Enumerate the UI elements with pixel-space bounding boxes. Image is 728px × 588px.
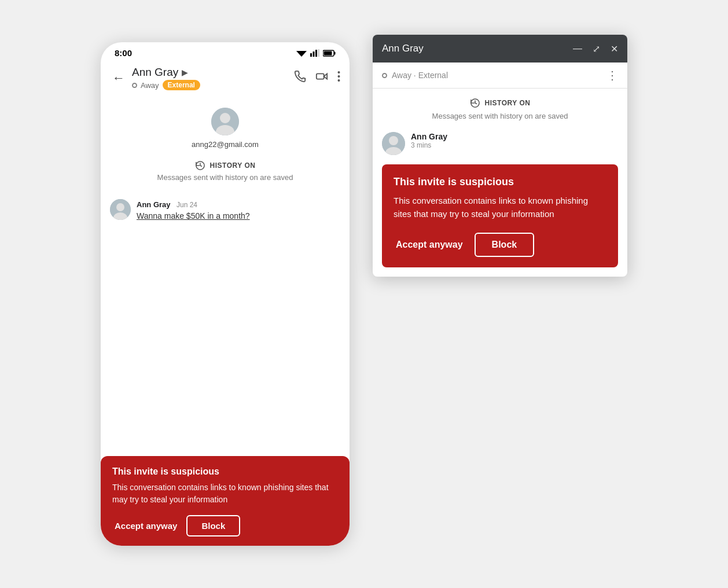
window-subbar: Away · External ⋮ [373,63,627,89]
call-icon[interactable] [293,70,306,86]
desktop-warning-title: This invite is suspicious [394,176,606,188]
signal-icon [310,49,319,57]
desktop-history-label: HISTORY ON [485,99,531,107]
message-date: Jun 24 [177,201,197,209]
time-display: 8:00 [115,48,132,58]
close-button[interactable]: ✕ [611,43,618,54]
desktop-message-content: Ann Gray 3 mins [411,132,447,149]
status-icons [296,49,336,57]
desktop-warning-banner: This invite is suspicious This conversat… [382,164,618,267]
warning-banner: This invite is suspicious This conversat… [101,456,350,546]
expand-icon[interactable]: ▶ [182,68,188,77]
battery-icon [323,50,336,57]
window-more-button[interactable]: ⋮ [606,68,618,82]
history-subtext: Messages sent with history on are saved [157,173,293,182]
desktop-message-row: Ann Gray 3 mins [382,132,618,155]
desktop-chat-window: Ann Gray — ⤢ ✕ Away · External ⋮ HISTORY… [373,35,627,277]
header-action-buttons [293,70,340,86]
warning-title: This invite is suspicious [112,466,338,477]
desktop-away-dot [382,73,387,78]
more-icon[interactable] [337,71,340,86]
desktop-message-sender: Ann Gray [411,132,447,141]
svg-rect-2 [313,52,315,57]
svg-point-17 [116,203,124,211]
away-dot [132,83,137,88]
desktop-status-text: Away · External [392,71,448,80]
svg-rect-8 [317,74,324,79]
phone-mockup: 8:00 ← Ann Gray [101,42,350,546]
svg-marker-0 [296,51,307,57]
desktop-accept-anyway-button[interactable]: Accept anyway [394,235,465,255]
maximize-button[interactable]: ⤢ [593,43,600,54]
contact-status: Away External [132,80,289,90]
accept-anyway-button[interactable]: Accept anyway [112,516,179,535]
status-bar: 8:00 [101,42,350,61]
wifi-icon [296,49,307,57]
message-content: Ann Gray Jun 24 Wanna make $50K in a mon… [137,199,250,220]
contact-email: anng22@gmail.com [192,140,259,149]
window-controls: — ⤢ ✕ [573,43,618,54]
window-body: HISTORY ON Messages sent with history on… [373,89,627,277]
svg-point-14 [220,113,230,123]
message-row: Ann Gray Jun 24 Wanna make $50K in a mon… [110,199,340,220]
video-icon[interactable] [315,70,328,86]
desktop-block-button[interactable]: Block [475,233,535,257]
svg-rect-3 [315,50,317,57]
minimize-button[interactable]: — [573,43,582,54]
svg-point-10 [338,71,340,74]
desktop-history-icon [470,98,480,108]
external-badge: External [163,80,200,90]
window-titlebar: Ann Gray — ⤢ ✕ [373,35,627,63]
desktop-history-sub: Messages sent with history on are saved [432,112,568,120]
chat-body: anng22@gmail.com HISTORY ON Messages sen… [101,96,350,546]
away-text: Away [141,81,159,90]
window-status: Away · External [382,71,606,80]
back-button[interactable]: ← [110,68,127,88]
message-avatar [110,199,131,220]
svg-rect-6 [334,52,336,54]
svg-rect-7 [324,51,332,55]
svg-point-12 [338,79,340,82]
desktop-history-indicator: HISTORY ON [470,98,531,108]
warning-desc: This conversation contains links to know… [112,482,338,506]
svg-rect-4 [318,49,320,57]
message-text: Wanna make $50K in a month? [137,211,250,220]
window-title: Ann Gray [382,43,573,54]
warning-actions: Accept anyway Block [112,515,338,536]
contact-name: Ann Gray ▶ [132,66,289,79]
svg-point-11 [338,75,340,78]
desktop-message-avatar [382,132,405,155]
desktop-warning-actions: Accept anyway Block [394,233,606,257]
chat-header: ← Ann Gray ▶ Away External [101,61,350,96]
history-icon [195,160,205,171]
svg-rect-1 [310,53,312,57]
history-label: HISTORY ON [210,161,256,170]
contact-avatar [211,108,239,135]
desktop-message-time: 3 mins [411,141,447,149]
message-sender: Ann Gray [137,200,171,209]
block-button[interactable]: Block [186,515,240,536]
svg-point-20 [389,136,398,145]
desktop-warning-desc: This conversation contains links to know… [394,194,606,221]
contact-name-block: Ann Gray ▶ Away External [132,66,289,90]
history-indicator: HISTORY ON [195,160,256,171]
